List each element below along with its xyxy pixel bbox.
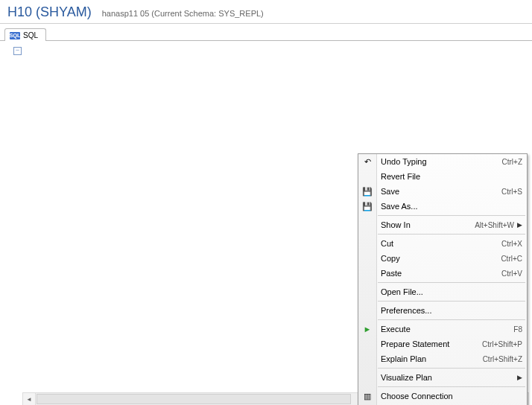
menu-item-choose-connection[interactable]: ▥Choose Connection bbox=[358, 389, 527, 404]
schema-subtitle: hanasp11 05 (Current Schema: SYS_REPL) bbox=[102, 9, 264, 18]
tab-sql[interactable]: SQL SQL bbox=[4, 28, 46, 41]
menu-item-label: Preferences... bbox=[381, 306, 522, 315]
submenu-arrow-icon: ▶ bbox=[514, 221, 522, 229]
menu-item-execute[interactable]: ►ExecuteF8 bbox=[358, 322, 527, 337]
menu-item-label: Save As... bbox=[381, 202, 522, 211]
menu-separator bbox=[378, 282, 525, 283]
menu-item-shortcut: Ctrl+C bbox=[501, 255, 522, 263]
menu-item-label: Revert File bbox=[381, 172, 522, 181]
menu-separator bbox=[378, 386, 525, 387]
menu-item-shortcut: Ctrl+Z bbox=[502, 158, 523, 166]
execute-icon: ► bbox=[361, 323, 373, 335]
menu-separator bbox=[378, 368, 525, 369]
menu-item-label: Open File... bbox=[381, 287, 522, 296]
page-title: H10 (SHYAM) bbox=[7, 4, 92, 20]
menu-item-shortcut: Ctrl+Shift+Z bbox=[483, 355, 522, 363]
scroll-left-button[interactable]: ◄ bbox=[23, 393, 36, 405]
sql-badge-icon: SQL bbox=[10, 32, 20, 39]
menu-item-label: Execute bbox=[381, 325, 513, 334]
menu-item-label: Choose Connection bbox=[381, 392, 522, 401]
menu-item-shortcut: Alt+Shift+W bbox=[475, 221, 514, 229]
fold-toggle-icon[interactable]: − bbox=[13, 47, 22, 55]
menu-separator bbox=[378, 301, 525, 302]
context-menu: ↶Undo TypingCtrl+ZRevert File💾SaveCtrl+S… bbox=[358, 153, 528, 405]
editor-area: − SELECT TOP 200 "CLIENT", "SALES_DOC", … bbox=[0, 41, 532, 405]
editor-gutter: − bbox=[0, 44, 22, 394]
menu-item-label: Explain Plan bbox=[381, 354, 483, 363]
menu-item-explain-plan[interactable]: Explain PlanCtrl+Shift+Z bbox=[358, 351, 527, 366]
menu-item-shortcut: Ctrl+V bbox=[501, 270, 522, 278]
menu-item-save-as[interactable]: 💾Save As... bbox=[358, 199, 527, 214]
scroll-thumb[interactable] bbox=[37, 394, 351, 404]
menu-item-shortcut: F8 bbox=[513, 325, 522, 334]
menu-item-undo-typing[interactable]: ↶Undo TypingCtrl+Z bbox=[358, 154, 527, 169]
header-bar: H10 (SHYAM) hanasp11 05 (Current Schema:… bbox=[0, 0, 532, 24]
menu-item-label: Copy bbox=[381, 254, 501, 263]
menu-item-label: Save bbox=[381, 187, 501, 196]
menu-item-revert-file[interactable]: Revert File bbox=[358, 169, 527, 184]
menu-item-label: Paste bbox=[381, 269, 501, 278]
menu-item-prepare-statement[interactable]: Prepare StatementCtrl+Shift+P bbox=[358, 337, 527, 351]
undo-icon: ↶ bbox=[361, 156, 373, 168]
submenu-arrow-icon: ▶ bbox=[514, 374, 522, 381]
menu-item-save[interactable]: 💾SaveCtrl+S bbox=[358, 184, 527, 199]
menu-item-shortcut: Ctrl+X bbox=[501, 240, 522, 248]
menu-item-label: Show In bbox=[381, 220, 475, 229]
menu-item-cut[interactable]: CutCtrl+X bbox=[358, 236, 527, 251]
menu-item-preferences[interactable]: Preferences... bbox=[358, 303, 527, 318]
save-as-icon: 💾 bbox=[361, 200, 373, 212]
menu-separator bbox=[378, 234, 525, 235]
menu-item-show-in[interactable]: Show InAlt+Shift+W▶ bbox=[358, 217, 527, 232]
menu-item-paste[interactable]: PasteCtrl+V bbox=[358, 266, 527, 281]
tab-label: SQL bbox=[23, 31, 38, 39]
menu-item-label: Visualize Plan bbox=[381, 373, 514, 382]
menu-separator bbox=[378, 215, 525, 216]
menu-item-shortcut: Ctrl+Shift+P bbox=[482, 340, 522, 348]
menu-item-copy[interactable]: CopyCtrl+C bbox=[358, 251, 527, 266]
menu-item-label: Cut bbox=[381, 239, 501, 248]
menu-item-shortcut: Ctrl+S bbox=[501, 188, 522, 196]
editor-tab-bar: SQL SQL bbox=[0, 24, 532, 41]
menu-item-label: Prepare Statement bbox=[381, 339, 482, 348]
menu-separator bbox=[378, 319, 525, 320]
menu-item-open-file[interactable]: Open File... bbox=[358, 284, 527, 299]
save-icon: 💾 bbox=[361, 185, 373, 197]
choose-connection-icon: ▥ bbox=[361, 390, 373, 402]
menu-item-label: Undo Typing bbox=[381, 157, 502, 166]
menu-item-visualize-plan[interactable]: Visualize Plan▶ bbox=[358, 370, 527, 385]
